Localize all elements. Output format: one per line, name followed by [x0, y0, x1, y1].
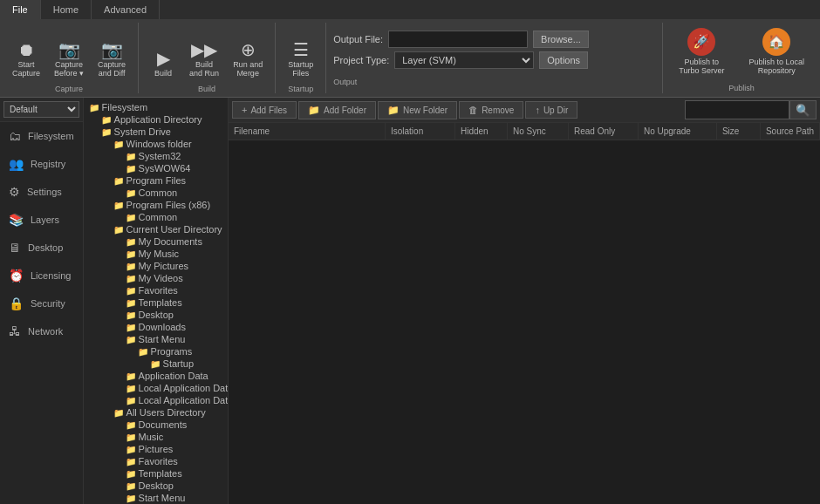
tree-item[interactable]: 📁Start Menu: [85, 492, 226, 504]
search-button[interactable]: 🔍: [789, 100, 817, 119]
tree-item-label: Common: [139, 187, 178, 198]
sidebar-item-filesystem[interactable]: 🗂 Filesystem: [0, 122, 83, 150]
remove-button[interactable]: 🗑 Remove: [459, 101, 523, 119]
sidebar-item-licensing[interactable]: ⏰ Licensing: [0, 262, 83, 289]
tree-item[interactable]: 📁Templates: [85, 467, 226, 480]
tree-item[interactable]: 📁Desktop: [85, 309, 226, 321]
registry-icon: 👥: [9, 157, 24, 171]
folder-icon: 📁: [101, 115, 112, 125]
tree-item[interactable]: 📁Programs: [85, 345, 226, 358]
tree-item[interactable]: 📁Favorites: [85, 284, 226, 296]
publish-turbo-button[interactable]: 🚀 Publish toTurbo Server: [670, 24, 733, 78]
ribbon-capture-group: ⏺ StartCapture 📷 CaptureBefore ▾ 📷 Captu…: [0, 23, 139, 93]
startup-buttons: ☰ StartupFiles: [283, 23, 318, 81]
folder-icon: 📁: [126, 469, 136, 479]
new-folder-button[interactable]: 📁 New Folder: [378, 101, 457, 119]
tree-item[interactable]: 📁Application Directory: [85, 113, 226, 126]
tree-item[interactable]: 📁Program Files (x86): [85, 199, 226, 211]
project-type-select[interactable]: Layer (SVM): [394, 51, 534, 69]
publish-turbo-label: Publish toTurbo Server: [679, 58, 724, 75]
tree-item[interactable]: 📁My Pictures: [85, 260, 226, 272]
sidebar-item-desktop[interactable]: 🖥 Desktop: [0, 234, 83, 262]
folder-icon: 📁: [126, 371, 136, 381]
sidebar-selector[interactable]: Default: [0, 98, 83, 122]
sidebar-item-layers[interactable]: 📚 Layers: [0, 206, 83, 234]
sidebar-item-registry[interactable]: 👥 Registry: [0, 150, 83, 178]
tree-item-label: Current User Directory: [126, 224, 222, 235]
tree-item[interactable]: 📁My Music: [85, 248, 226, 260]
sidebar-item-settings[interactable]: ⚙ Settings: [0, 178, 83, 206]
capture-diff-button[interactable]: 📷 Captureand Diff: [92, 37, 131, 81]
tree-item[interactable]: 📁Common: [85, 187, 226, 199]
sidebar-dropdown[interactable]: Default: [3, 101, 79, 118]
tree-item-label: Windows folder: [126, 139, 192, 149]
tree-item[interactable]: 📁Local Application Data: [85, 382, 226, 394]
tree-item-label: Desktop: [139, 480, 174, 491]
options-button[interactable]: Options: [539, 51, 588, 69]
tab-home[interactable]: Home: [41, 0, 92, 19]
security-icon: 🔒: [9, 296, 24, 310]
network-icon: 🖧: [9, 324, 21, 338]
tree-item[interactable]: 📁Music: [85, 431, 226, 443]
build-run-button[interactable]: ▶▶ Buildand Run: [184, 37, 224, 81]
col-filename: Filename: [229, 123, 386, 140]
tree-item[interactable]: 📁Documents: [85, 419, 226, 431]
sidebar-item-network[interactable]: 🖧 Network: [0, 317, 83, 345]
tree-item[interactable]: 📁All Users Directory: [85, 406, 226, 419]
tree-item[interactable]: 📁My Videos: [85, 272, 226, 284]
folder-icon: 📁: [126, 445, 136, 454]
tree-item-label: Downloads: [139, 322, 186, 332]
build-button[interactable]: ▶ Build: [146, 46, 181, 81]
folder-icon: 📁: [126, 164, 136, 174]
tree-item[interactable]: 📁My Documents: [85, 235, 226, 248]
tree-item-label: Templates: [139, 468, 182, 479]
up-dir-button[interactable]: ↑ Up Dir: [525, 101, 577, 119]
tree-item-label: Start Menu: [139, 493, 186, 503]
folder-icon: 📁: [126, 481, 136, 491]
tree-item[interactable]: 📁System Drive: [85, 126, 226, 138]
publish-local-icon: 🏠: [762, 28, 790, 56]
tree-item[interactable]: 📁Pictures: [85, 443, 226, 455]
tree-item[interactable]: 📁Downloads: [85, 321, 226, 333]
sidebar-filesystem-label: Filesystem: [28, 131, 74, 141]
table-header: Filename Isolation Hidden No Sync Read O…: [229, 123, 820, 140]
tree-item[interactable]: 📁Common: [85, 211, 226, 223]
capture-group-label: Capture: [55, 81, 83, 93]
tree-item[interactable]: 📁Local Application Data (Low Integrity): [85, 394, 226, 406]
tree-item[interactable]: 📁Desktop: [85, 480, 226, 492]
sidebar-item-security[interactable]: 🔒 Security: [0, 289, 83, 317]
tree-item-label: Local Application Data (Low Integrity): [139, 395, 228, 405]
tree-item-label: My Pictures: [139, 261, 188, 271]
tab-file[interactable]: File: [0, 0, 41, 19]
start-capture-button[interactable]: ⏺ StartCapture: [7, 37, 45, 81]
tree-item[interactable]: 📁Startup: [85, 358, 226, 370]
tree-item[interactable]: 📁Windows folder: [85, 138, 226, 150]
tree-item[interactable]: 📁Templates: [85, 296, 226, 309]
startup-files-button[interactable]: ☰ StartupFiles: [283, 37, 318, 81]
tree-item[interactable]: 📁Program Files: [85, 174, 226, 187]
tree-item[interactable]: 📁SysWOW64: [85, 162, 226, 174]
tab-advanced[interactable]: Advanced: [92, 0, 160, 19]
tree-item[interactable]: 📁System32: [85, 150, 226, 162]
add-folder-button[interactable]: 📁 Add Folder: [298, 101, 376, 119]
project-type-row: Project Type: Layer (SVM) Options: [333, 51, 655, 69]
output-file-input[interactable]: [388, 31, 528, 48]
run-merge-button[interactable]: ⊕ Run andMerge: [228, 37, 268, 81]
tree-item-label: Favorites: [139, 285, 178, 296]
tree-item[interactable]: 📁Application Data: [85, 370, 226, 382]
add-files-button[interactable]: + Add Files: [232, 101, 297, 119]
licensing-icon: ⏰: [9, 269, 24, 283]
tree-item[interactable]: 📁Favorites: [85, 455, 226, 467]
tree-item[interactable]: 📁Filesystem: [85, 101, 226, 113]
search-input[interactable]: [685, 100, 789, 119]
folder-icon: 📁: [126, 384, 136, 393]
publish-local-button[interactable]: 🏠 Publish to LocalRepository: [740, 24, 813, 78]
run-merge-icon: ⊕: [241, 41, 256, 58]
capture-before-button[interactable]: 📷 CaptureBefore ▾: [49, 37, 89, 81]
startup-files-icon: ☰: [293, 41, 309, 58]
browse-button[interactable]: Browse...: [533, 31, 589, 48]
up-dir-icon: ↑: [535, 105, 540, 115]
tree-item[interactable]: 📁Current User Directory: [85, 223, 226, 235]
build-buttons: ▶ Build ▶▶ Buildand Run ⊕ Run andMerge: [146, 23, 268, 81]
tree-item[interactable]: 📁Start Menu: [85, 333, 226, 345]
